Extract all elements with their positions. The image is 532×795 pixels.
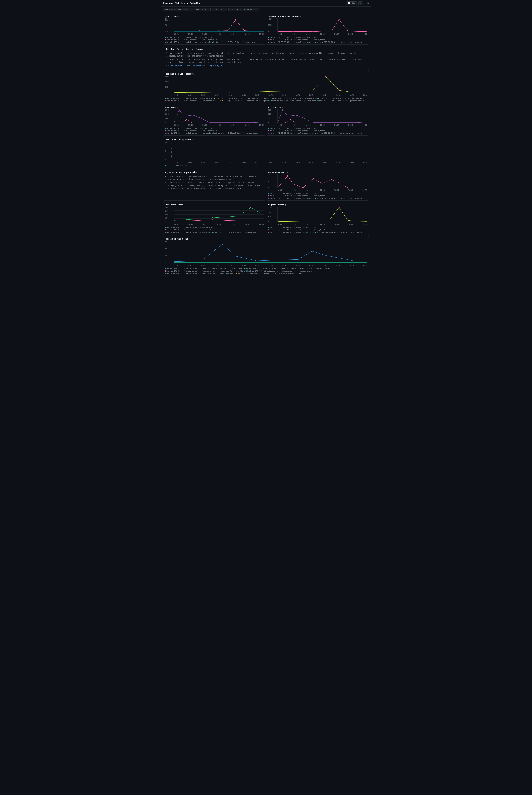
major-faults-chart-inner [277, 174, 367, 188]
filter-tabs: deployment.environment * host.group * ho… [161, 7, 371, 12]
major-faults-x-axis: 14:02 14:10 14:18 14:26 14:34 14:42 14:5… [277, 188, 367, 192]
legend-dot [165, 270, 166, 272]
legend-dot [165, 268, 166, 269]
legend-dot [268, 227, 269, 228]
clock-icon: 🕐 [348, 2, 350, 4]
grid-line [174, 32, 264, 32]
legend-dot [165, 130, 166, 131]
grid-line [278, 174, 367, 175]
legend-item: host=ip-172-31-95-39.ec2.internal, proce… [236, 273, 303, 274]
svg-point-2 [235, 19, 236, 21]
grid-line [278, 206, 367, 207]
signals-pending-panel: Signals Pending ⚠ 150M 100M 50M 0 [267, 202, 369, 235]
filter-icon[interactable]: ▼ [364, 2, 366, 5]
legend-item: host=ip-172-31-95-39.ec2.internal proces… [315, 232, 362, 233]
involuntary-chart-inner [277, 18, 367, 32]
rss-legend: host=ip-172-31-95-39.ec2.internal proces… [165, 97, 367, 102]
legend-dot [268, 229, 269, 230]
file-descriptors-panel: File Descriptors ⚠ 200 150 100 50 0 [163, 202, 265, 235]
legend-item: host=ip-172-31-95-39.ec2.internal proces… [268, 41, 315, 43]
filter-tab-process[interactable]: process.executable.name * [228, 8, 259, 11]
bullet1: A minor page fault indicates the page is… [168, 175, 264, 181]
thread-count-panel: Process Thread Count 30 20 10 0 [163, 236, 369, 276]
write-x-axis: 14:02 14:10 14:18 14:26 14:34 14:42 14:5… [277, 124, 367, 127]
legend-item: host=ip-172-31-95-39.ec2.internal proces… [268, 197, 315, 199]
svg-point-1 [218, 30, 219, 31]
involuntary-context-panel: Involuntary Context Switches ⚠ 400k 200k… [267, 14, 369, 44]
grid-line [278, 212, 367, 212]
time-range-label: -60m [351, 2, 356, 4]
legend-item: host=ip-172-31-95-39.ec2.internal proces… [315, 132, 362, 134]
write-bytes-panel: Write Bytes ⚠ 150M 100M 50M 0 [267, 105, 369, 135]
refresh-button[interactable]: ↻ [358, 1, 363, 5]
write-legend: host=ip-172-31-95-39.ec2.internal proces… [268, 127, 367, 134]
legend-dot [315, 42, 316, 43]
memory-x-axis: 14:02 14:10 14:18 14:26 14:34 14:42 14:5… [174, 33, 264, 36]
fd-chart: 200 150 100 50 0 [165, 206, 264, 226]
involuntary-chart: 400k 200k 0 [268, 18, 367, 36]
diskio-panel: Disk IO Active Operations 10 5 0 Operati… [163, 137, 369, 168]
signals-pending-title: Signals Pending ⚠ [268, 204, 367, 206]
diskio-chart-inner [174, 142, 367, 161]
major-faults-legend: host=ip-172-31-95-39.ec2.internal proces… [268, 193, 367, 199]
thread-count-title: Process Thread Count [165, 238, 367, 240]
grid-line [174, 263, 367, 264]
legend-dot [165, 42, 166, 43]
svg-point-13 [187, 119, 187, 120]
legend-item: host=ip-172-31-95-39.ec2.internal proces… [212, 132, 259, 134]
grid-line [174, 222, 264, 222]
ops-label: Operations [170, 148, 172, 158]
resident-desc3: Use the RSS Memory panel for troubleshoo… [166, 65, 366, 67]
legend-item: host=ip-172-31-95-39.ec2.internal proces… [315, 197, 362, 199]
legend-dot [165, 227, 166, 228]
diskio-legend: host = ip-172-31-95-39.ec2.internal [165, 165, 367, 167]
grid-line [174, 82, 367, 82]
legend-item: host = ip-172-31-95-39.ec2.internal [165, 165, 200, 167]
filter-tab-deployment[interactable]: deployment.environment * [163, 8, 193, 11]
legend-dot [268, 133, 269, 134]
time-control[interactable]: 🕐 -60m [346, 1, 357, 5]
legend-dot [222, 100, 223, 101]
legend-dot [165, 165, 166, 166]
grid-line [278, 123, 367, 123]
legend-dot [268, 37, 269, 38]
legend-dot [319, 98, 320, 99]
involuntary-legend: host=ip-172-31-95-39.ec2.internal proces… [268, 36, 367, 43]
filter-tab-hostgroup[interactable]: host.group * [194, 8, 211, 11]
legend-dot [268, 232, 269, 233]
svg-point-23 [339, 207, 340, 208]
top-bar: Process Metrics - Details 🕐 -60m ↻ ▼ ⊟ [161, 0, 371, 7]
major-minor-list: A minor page fault indicates the page is… [168, 175, 264, 190]
involuntary-title: Involuntary Context Switches ⚠ [268, 15, 367, 18]
legend-item: host=ip-172-31-95-39.ec2.internal proces… [212, 232, 259, 233]
row-diskio: Disk IO Active Operations 10 5 0 Operati… [163, 137, 369, 168]
legend-item: host=ip-172-31-95-39.ec2.internal, proce… [165, 273, 235, 274]
svg-point-10 [178, 109, 180, 111]
svg-point-21 [187, 219, 187, 220]
legend-dot [268, 193, 269, 194]
filter-tab-hostname[interactable]: host.name * [212, 8, 227, 11]
content-area: Memory Usage ⚠ 40 percent 20 percent 0 p… [161, 12, 371, 279]
rss-y-axis: 150M 100M 50M 0 [165, 76, 174, 93]
svg-point-9 [339, 90, 340, 91]
svg-point-20 [250, 207, 251, 208]
read-bytes-chart: 150M 100M 50M 0 [165, 109, 264, 127]
legend-dot [268, 198, 269, 199]
major-faults-panel: Major Page Faults ⚠ 4M 2M 0 [267, 170, 369, 201]
write-svg [278, 109, 367, 123]
legend-dot [268, 130, 269, 131]
svg-point-14 [282, 109, 283, 111]
legend-dot [212, 42, 213, 43]
legend-item: host=ip-172-31-95-39.ec2.internal proces… [214, 97, 271, 99]
resident-vs-virtual-panel: Resident Set vs Virtual Memory Virtual M… [163, 46, 369, 70]
legend-item: host=ip-172-31-95-39.ec2.internal proces… [268, 232, 315, 233]
thread-legend: host=ip-172-31-95-39.ec2.internal, proce… [165, 268, 367, 274]
involuntary-alert-icon: ⚠ [301, 15, 302, 17]
memory-usage-panel: Memory Usage ⚠ 40 percent 20 percent 0 p… [163, 14, 265, 44]
signals-alert-icon: ⚠ [286, 204, 287, 206]
thread-y-axis: 30 20 10 0 [165, 241, 174, 264]
legend-dot [271, 98, 273, 99]
funnel-icon[interactable]: ⊟ [367, 2, 369, 5]
svg-point-25 [311, 251, 312, 252]
legend-dot [165, 98, 166, 99]
